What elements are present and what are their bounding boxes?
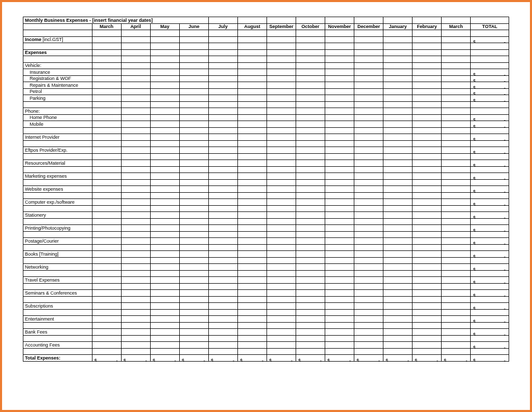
cell[interactable] [92,290,121,297]
cell[interactable] [354,88,383,95]
cell[interactable] [383,212,413,219]
cell[interactable] [325,244,354,251]
cell[interactable] [442,277,471,284]
cell[interactable] [413,329,442,336]
cell[interactable] [325,127,354,134]
cell[interactable] [413,56,442,63]
cell[interactable] [383,95,413,102]
cell[interactable] [150,140,179,147]
cell[interactable] [383,166,413,173]
cell[interactable] [237,36,267,43]
cell[interactable] [296,101,325,108]
cell[interactable] [179,251,208,258]
month-total-cell[interactable]: $- [383,355,413,362]
cell[interactable] [383,335,413,342]
cell[interactable] [354,62,383,69]
cell[interactable] [442,342,471,349]
cell[interactable] [267,199,296,206]
cell[interactable] [267,121,296,128]
cell[interactable] [121,296,150,303]
cell[interactable] [179,329,208,336]
cell[interactable] [383,277,413,284]
cell[interactable] [237,179,267,186]
cell[interactable] [208,244,237,251]
cell[interactable] [92,121,121,128]
cell[interactable] [296,147,325,154]
cell[interactable] [150,147,179,154]
cell[interactable] [354,179,383,186]
cell[interactable] [150,296,179,303]
cell[interactable] [442,114,471,121]
cell[interactable] [296,82,325,89]
cell[interactable] [354,270,383,277]
cell[interactable] [296,36,325,43]
cell[interactable] [267,88,296,95]
cell[interactable] [92,134,121,141]
cell[interactable] [121,251,150,258]
cell[interactable] [150,199,179,206]
cell[interactable] [150,49,179,56]
cell[interactable] [121,56,150,63]
cell[interactable] [296,69,325,76]
cell[interactable] [383,17,413,24]
cell[interactable] [150,290,179,297]
cell[interactable] [150,121,179,128]
cell[interactable] [150,62,179,69]
cell[interactable] [354,296,383,303]
cell[interactable] [179,270,208,277]
cell[interactable] [471,231,509,238]
cell[interactable] [383,75,413,82]
month-total-cell[interactable]: $- [267,355,296,362]
cell[interactable] [23,101,92,108]
cell[interactable] [237,218,267,225]
cell[interactable] [237,95,267,102]
cell[interactable] [296,179,325,186]
cell[interactable] [325,283,354,290]
cell[interactable] [296,225,325,232]
cell[interactable] [237,127,267,134]
cell[interactable] [325,114,354,121]
cell[interactable] [208,179,237,186]
cell[interactable] [267,43,296,50]
cell[interactable] [325,36,354,43]
cell[interactable] [325,303,354,310]
cell[interactable] [442,49,471,56]
cell[interactable] [413,335,442,342]
cell[interactable] [237,225,267,232]
cell[interactable] [23,127,92,134]
cell[interactable] [237,303,267,310]
cell[interactable] [354,95,383,102]
cell[interactable] [413,348,442,355]
cell[interactable] [121,218,150,225]
cell[interactable] [121,30,150,37]
cell[interactable] [121,238,150,245]
cell[interactable] [413,218,442,225]
cell[interactable] [179,303,208,310]
cell[interactable] [121,101,150,108]
cell[interactable] [442,101,471,108]
cell[interactable] [23,296,92,303]
cell[interactable] [296,56,325,63]
cell[interactable] [413,322,442,329]
row-total-cell[interactable]: $- [471,290,509,297]
cell[interactable] [413,225,442,232]
cell[interactable] [237,283,267,290]
cell[interactable] [442,316,471,323]
month-total-cell[interactable]: $- [208,355,237,362]
cell[interactable] [237,257,267,264]
cell[interactable] [354,30,383,37]
cell[interactable] [208,88,237,95]
cell[interactable] [267,264,296,271]
cell[interactable] [179,199,208,206]
cell[interactable] [121,75,150,82]
cell[interactable] [179,277,208,284]
cell[interactable] [179,186,208,193]
cell[interactable] [413,296,442,303]
cell[interactable] [296,290,325,297]
cell[interactable] [92,114,121,121]
cell[interactable] [92,95,121,102]
cell[interactable] [383,199,413,206]
cell[interactable] [471,17,509,24]
cell[interactable] [237,173,267,180]
cell[interactable] [296,251,325,258]
